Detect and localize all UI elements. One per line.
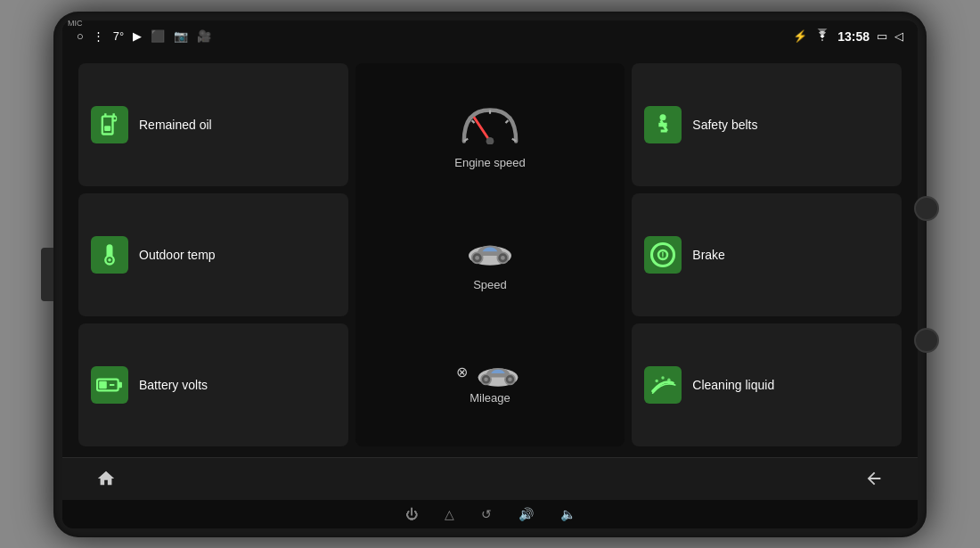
- svg-point-11: [475, 256, 479, 260]
- mileage-section: ⊗ Mileage: [456, 357, 523, 405]
- belt-icon: [644, 106, 682, 143]
- cleaning-liquid-tile[interactable]: Cleaning liquid: [632, 323, 902, 446]
- svg-text:!: !: [662, 251, 665, 261]
- photo-icon: 📷: [174, 29, 188, 43]
- circle-icon: ○: [77, 29, 84, 43]
- power-button[interactable]: ⏻: [405, 507, 418, 521]
- speedometer-icon: [459, 104, 521, 152]
- svg-rect-27: [99, 380, 107, 389]
- svg-rect-0: [104, 126, 110, 131]
- youtube-icon: ▶: [133, 29, 142, 43]
- svg-point-29: [656, 379, 658, 381]
- device-frame: MIC ○ ⋮ 7° ▶ ⬛ 📷 🎥 ⚡: [53, 12, 927, 537]
- status-right: ⚡ 13:58 ▭ ◁: [793, 29, 903, 44]
- brake-icon: !: [644, 236, 682, 274]
- volume-down-button[interactable]: 🔈: [560, 507, 576, 521]
- svg-point-30: [662, 376, 665, 379]
- back-triangle-icon: ◁: [894, 29, 903, 43]
- temp-icon: [91, 236, 128, 274]
- svg-point-18: [660, 114, 666, 120]
- svg-point-21: [108, 258, 111, 262]
- battery-volts-tile[interactable]: Battery volts: [78, 323, 348, 446]
- side-knobs: [914, 196, 939, 353]
- status-left: ○ ⋮ 7° ▶ ⬛ 📷 🎥: [77, 29, 786, 43]
- screen: ○ ⋮ 7° ▶ ⬛ 📷 🎥 ⚡: [62, 20, 918, 528]
- mileage-label: Mileage: [470, 391, 510, 405]
- speed-label: Speed: [473, 278, 507, 291]
- cleaning-liquid-label: Cleaning liquid: [692, 378, 774, 392]
- svg-point-17: [509, 377, 512, 380]
- outdoor-temp-label: Outdoor temp: [139, 248, 216, 262]
- screen-cast-icon: ⬛: [151, 29, 165, 43]
- mileage-icon-group: ⊗: [456, 357, 523, 388]
- engine-speed-label: Engine speed: [454, 156, 526, 169]
- svg-point-16: [485, 377, 488, 380]
- wifi-icon: [814, 29, 830, 44]
- battery-icon: [91, 366, 128, 404]
- safety-belts-tile[interactable]: Safety belts: [632, 63, 902, 186]
- brake-label: Brake: [692, 248, 725, 262]
- video-icon: 🎥: [197, 29, 211, 43]
- battery-volts-label: Battery volts: [139, 378, 208, 392]
- square-icon: ▭: [877, 29, 887, 43]
- svg-line-4: [505, 120, 508, 123]
- system-bar: ⏻ △ ↺ 🔊 🔈: [62, 500, 918, 528]
- svg-line-2: [472, 120, 475, 123]
- remained-oil-tile[interactable]: Remained oil: [78, 63, 348, 186]
- svg-point-12: [501, 256, 505, 260]
- speed-section: Speed: [463, 234, 517, 291]
- nav-bar: [62, 457, 918, 500]
- bluetooth-icon: ⚡: [793, 29, 807, 43]
- clean-icon: [644, 366, 682, 404]
- center-tile[interactable]: Engine speed: [355, 63, 625, 446]
- fuel-icon: [91, 106, 128, 143]
- knob-top: [914, 196, 939, 221]
- temperature-label: 7°: [113, 29, 124, 43]
- menu-dots-icon: ⋮: [93, 29, 104, 43]
- svg-point-31: [667, 378, 670, 380]
- back-button[interactable]: [857, 462, 891, 495]
- volume-up-button[interactable]: 🔊: [519, 507, 534, 521]
- brake-tile[interactable]: ! Brake: [632, 193, 902, 316]
- car-side-icon: [473, 357, 523, 388]
- remained-oil-label: Remained oil: [139, 118, 212, 132]
- warning-circle-icon: ⊗: [456, 364, 468, 380]
- safety-belts-label: Safety belts: [692, 118, 757, 132]
- car-front-icon: [463, 234, 517, 274]
- svg-rect-26: [118, 381, 122, 387]
- home-button[interactable]: [89, 462, 123, 495]
- clock: 13:58: [837, 29, 870, 44]
- knob-bottom: [914, 328, 939, 353]
- svg-line-6: [474, 118, 490, 141]
- main-grid: Remained oil: [62, 53, 918, 457]
- status-bar: ○ ⋮ 7° ▶ ⬛ 📷 🎥 ⚡: [62, 20, 918, 53]
- outdoor-temp-tile[interactable]: Outdoor temp: [78, 193, 348, 316]
- home-sys-button[interactable]: △: [445, 507, 454, 521]
- engine-speed-section: Engine speed: [454, 104, 526, 169]
- back-sys-button[interactable]: ↺: [481, 507, 492, 521]
- mic-label: MIC: [68, 19, 83, 28]
